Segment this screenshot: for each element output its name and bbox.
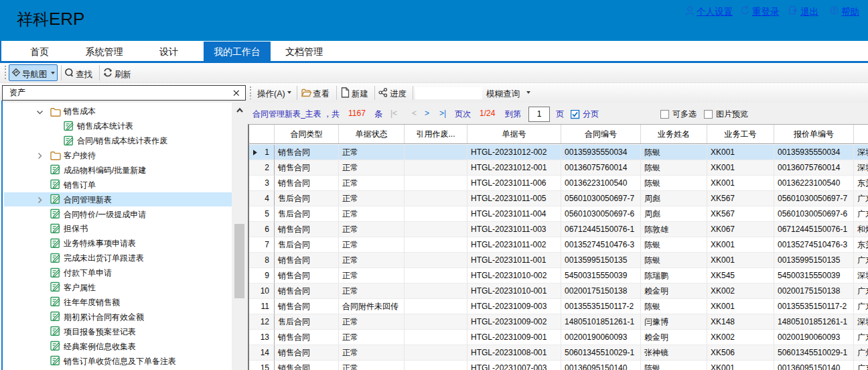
svg-text:?: ? xyxy=(833,7,836,14)
